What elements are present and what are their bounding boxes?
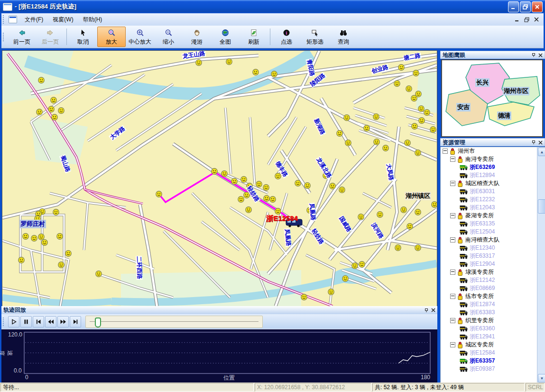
- vehicle-smiley-marker[interactable]: [51, 97, 56, 103]
- tree-vehicle[interactable]: 浙E12504: [441, 228, 536, 236]
- tree-vehicle[interactable]: 浙E63383: [441, 308, 536, 317]
- vehicle-smiley-marker[interactable]: [374, 139, 379, 145]
- vehicle-smiley-marker[interactable]: [377, 212, 383, 217]
- tree-scrollbar[interactable]: ▲ ▼: [537, 147, 545, 383]
- close-button[interactable]: [532, 1, 543, 12]
- vehicle-smiley-marker[interactable]: [344, 115, 350, 121]
- vehicle-smiley-marker[interactable]: [212, 168, 217, 174]
- collapse-icon[interactable]: [450, 237, 455, 243]
- map-viewport[interactable]: 龙王山路青阳路塘二路创业路陵阳路新湖路大学路蜀山路德丰路龙溪北路轻纺路轻纺路凤凰…: [2, 50, 437, 307]
- vehicle-smiley-marker[interactable]: [295, 180, 301, 186]
- restore-button[interactable]: [520, 1, 531, 12]
- document-icon[interactable]: [9, 16, 17, 23]
- vehicle-smiley-marker[interactable]: [424, 110, 430, 115]
- vehicle-smiley-marker[interactable]: [413, 70, 419, 76]
- collapse-icon[interactable]: [450, 181, 455, 186]
- tree-vehicle[interactable]: 浙E12874: [441, 300, 536, 308]
- toolbar-grip[interactable]: [3, 33, 6, 41]
- menu-item-2[interactable]: 帮助(H): [78, 14, 107, 26]
- tree-group[interactable]: 练市专卖所: [441, 292, 536, 300]
- close-panel-icon[interactable]: [431, 308, 435, 312]
- vehicle-smiley-marker[interactable]: [328, 289, 334, 295]
- vehicle-smiley-marker[interactable]: [345, 140, 351, 146]
- pin-icon[interactable]: [424, 308, 429, 313]
- vehicle-smiley-marker[interactable]: [412, 123, 417, 129]
- tree-vehicle[interactable]: 浙E12584: [441, 349, 536, 357]
- tree-root-city[interactable]: 湖州市: [441, 147, 536, 155]
- tree-group[interactable]: 南浔稽查大队: [441, 236, 536, 244]
- vehicle-smiley-marker[interactable]: [253, 69, 259, 75]
- menubar-grip[interactable]: [3, 15, 6, 24]
- mdi-minimize-button[interactable]: [515, 17, 519, 22]
- minimize-button[interactable]: [508, 1, 519, 12]
- scroll-thumb[interactable]: [538, 199, 545, 214]
- vehicle-smiley-marker[interactable]: [58, 262, 64, 268]
- menu-item-1[interactable]: 视窗(W): [48, 14, 78, 26]
- vehicle-smiley-marker[interactable]: [407, 224, 413, 229]
- vehicle-smiley-marker[interactable]: [238, 196, 244, 202]
- play-button[interactable]: [8, 316, 19, 327]
- vehicle-smiley-marker[interactable]: [42, 240, 47, 245]
- vehicle-smiley-marker[interactable]: [31, 235, 37, 241]
- tree-group[interactable]: 埭溪专卖所: [441, 268, 536, 276]
- vehicle-smiley-marker[interactable]: [256, 181, 262, 187]
- tree-vehicle[interactable]: 浙E12232: [441, 196, 536, 204]
- collapse-icon[interactable]: [450, 213, 455, 218]
- vehicle-smiley-marker[interactable]: [359, 261, 365, 267]
- close-panel-icon[interactable]: [538, 140, 543, 145]
- playback-slider[interactable]: [85, 316, 263, 328]
- tree-vehicle[interactable]: 浙E12043: [441, 204, 536, 212]
- vehicle-smiley-marker[interactable]: [246, 207, 251, 213]
- tree-group[interactable]: 城区专卖所: [441, 341, 536, 349]
- vehicle-smiley-marker[interactable]: [65, 251, 71, 256]
- close-panel-icon[interactable]: [538, 53, 543, 57]
- collapse-icon[interactable]: [450, 342, 455, 347]
- tree-group[interactable]: 菱湖专卖所: [441, 212, 536, 220]
- vehicle-smiley-marker[interactable]: [415, 245, 421, 251]
- vehicle-smiley-marker[interactable]: [270, 196, 276, 202]
- tree-group[interactable]: 南浔专卖所: [441, 155, 536, 163]
- toolbar-button-zoom-in[interactable]: 放大: [97, 27, 126, 47]
- vehicle-smiley-marker[interactable]: [231, 178, 237, 184]
- vehicle-smiley-marker[interactable]: [339, 187, 345, 193]
- vehicle-smiley-marker[interactable]: [395, 245, 401, 251]
- collapse-icon[interactable]: [450, 318, 455, 323]
- scroll-up-icon[interactable]: ▲: [538, 148, 545, 156]
- mdi-restore-button[interactable]: [524, 17, 529, 22]
- vehicle-smiley-marker[interactable]: [96, 271, 102, 277]
- vehicle-smiley-marker[interactable]: [352, 263, 358, 269]
- vehicle-smiley-marker[interactable]: [405, 140, 410, 146]
- rewind-button[interactable]: [45, 316, 56, 327]
- vehicle-smiley-marker[interactable]: [419, 118, 425, 123]
- toolbar-button-info-select[interactable]: i点选: [272, 27, 301, 47]
- vehicle-smiley-marker[interactable]: [156, 191, 162, 197]
- tree-vehicle[interactable]: 浙E63360: [441, 325, 536, 333]
- vehicle-smiley-marker[interactable]: [418, 106, 424, 112]
- tree-vehicle[interactable]: 浙E12904: [441, 260, 536, 268]
- vehicle-smiley-marker[interactable]: [58, 108, 64, 113]
- vehicle-smiley-marker[interactable]: [37, 109, 42, 115]
- tree-vehicle[interactable]: 浙E63135: [441, 220, 536, 228]
- tree-vehicle[interactable]: 浙E12894: [441, 171, 536, 179]
- vehicle-smiley-marker[interactable]: [263, 185, 269, 190]
- vehicle-smiley-marker[interactable]: [406, 86, 412, 92]
- toolbar-button-rect-select[interactable]: 矩形选: [301, 27, 329, 47]
- tree-group[interactable]: 城区稽查大队: [441, 179, 536, 187]
- vehicle-smiley-marker[interactable]: [398, 65, 404, 70]
- vehicle-smiley-marker[interactable]: [430, 127, 436, 132]
- vehicle-smiley-marker[interactable]: [275, 173, 281, 179]
- vehicle-smiley-marker[interactable]: [364, 125, 369, 131]
- vehicle-smiley-marker[interactable]: [432, 202, 437, 207]
- tree-vehicle[interactable]: 浙E12142: [441, 276, 536, 284]
- vehicle-smiley-marker[interactable]: [18, 257, 24, 263]
- menu-item-0[interactable]: 文件(F): [20, 14, 48, 26]
- vehicle-smiley-marker[interactable]: [271, 71, 277, 77]
- vehicle-smiley-marker[interactable]: [53, 209, 59, 215]
- collapse-icon[interactable]: [450, 294, 455, 299]
- toolbar-button-cursor[interactable]: 取消: [69, 27, 97, 47]
- skip-start-button[interactable]: [33, 316, 44, 327]
- vehicle-smiley-marker[interactable]: [383, 145, 388, 151]
- toolbar-button-globe[interactable]: 全图: [211, 27, 240, 47]
- vehicle-smiley-marker[interactable]: [337, 131, 342, 136]
- vehicle-smiley-marker[interactable]: [52, 114, 57, 120]
